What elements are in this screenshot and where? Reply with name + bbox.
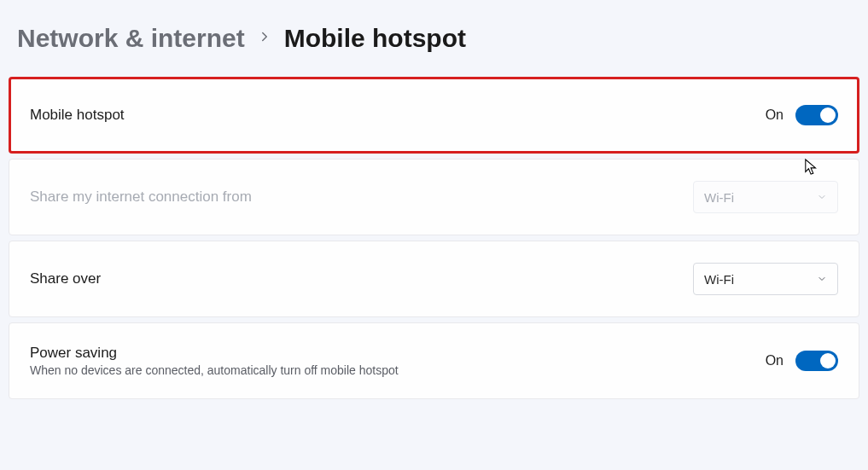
page-title: Mobile hotspot [284,24,466,53]
share-from-select: Wi-Fi [693,181,838,213]
power-saving-toggle[interactable] [795,351,838,371]
breadcrumb: Network & internet Mobile hotspot [0,0,868,77]
power-saving-right: On [766,351,838,371]
hotspot-title: Mobile hotspot [30,107,125,124]
hotspot-card-right: On [766,105,838,125]
share-from-right: Wi-Fi [693,181,838,213]
power-saving-left: Power saving When no devices are connect… [30,345,399,377]
settings-page: Network & internet Mobile hotspot Mobile… [0,0,868,408]
share-from-value: Wi-Fi [704,190,734,205]
power-saving-state-label: On [766,353,784,368]
hotspot-state-label: On [766,107,784,123]
toggle-knob [820,107,836,123]
toggle-knob [820,353,836,368]
power-saving-title: Power saving [30,345,399,362]
breadcrumb-root[interactable]: Network & internet [17,24,245,53]
share-over-select[interactable]: Wi-Fi [693,263,838,295]
share-over-card: Share over Wi-Fi [9,241,859,317]
hotspot-card-left: Mobile hotspot [30,107,125,124]
power-saving-card: Power saving When no devices are connect… [9,322,859,399]
chevron-down-icon [817,274,827,284]
chevron-down-icon [817,192,827,202]
power-saving-sub: When no devices are connected, automatic… [30,363,399,377]
hotspot-card: Mobile hotspot On [9,77,859,154]
share-over-left: Share over [30,270,101,287]
hotspot-toggle[interactable] [795,105,838,125]
share-over-value: Wi-Fi [704,272,734,287]
share-over-right: Wi-Fi [693,263,838,295]
chevron-right-icon [257,29,272,48]
share-from-card: Share my internet connection from Wi-Fi [9,159,859,235]
share-over-title: Share over [30,270,101,287]
share-from-title: Share my internet connection from [30,189,252,206]
share-from-left: Share my internet connection from [30,189,252,206]
settings-cards: Mobile hotspot On Share my internet conn… [0,77,868,408]
